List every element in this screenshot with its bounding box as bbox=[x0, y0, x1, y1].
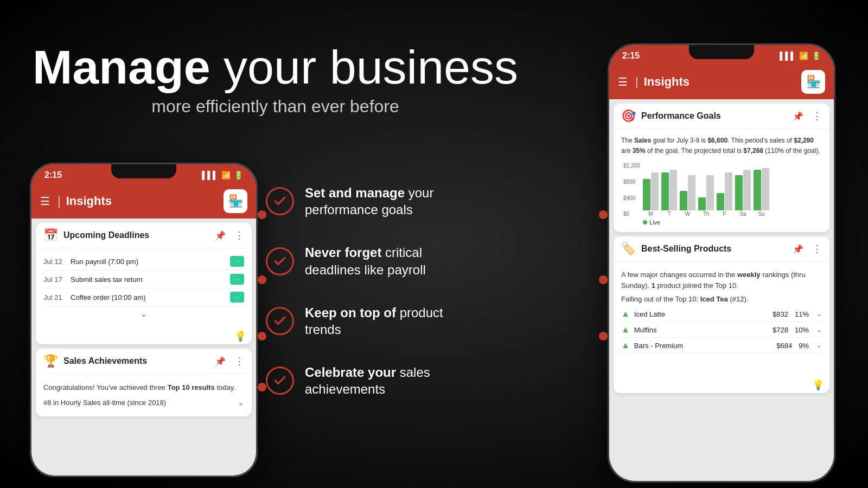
more-icon-goals[interactable]: ⋮ bbox=[812, 110, 822, 122]
app-header-left: ☰ | Insights 🏪 bbox=[31, 184, 256, 219]
calendar-icon: 📅 bbox=[43, 228, 58, 242]
deadline-desc-3: Coffee order (10:00 am) bbox=[71, 293, 226, 301]
chart-y-800: $800 bbox=[623, 179, 641, 185]
performance-text: The Sales goal for July 3-9 is $6,600. T… bbox=[621, 133, 822, 158]
bar-green-F bbox=[717, 193, 724, 210]
hero-subtitle: more efficiently than ever before bbox=[33, 97, 518, 117]
upcoming-deadlines-card: 📅 Upcoming Deadlines 📌 ⋮ Jul 12 Run payr… bbox=[36, 223, 252, 344]
header-title-right: Insights bbox=[644, 75, 796, 89]
deadline-desc-2: Submit sales tax return bbox=[71, 275, 226, 284]
chart-x-T: T bbox=[667, 211, 671, 217]
feature-achievements: Celebrate your sales achievements bbox=[266, 364, 468, 397]
status-icons-left: ▌▌▌ 📶 🔋 bbox=[202, 171, 243, 179]
connector-dot-r2 bbox=[599, 275, 608, 284]
feature-text-trends: Keep on top of product trends bbox=[305, 304, 468, 338]
pin-icon-deadlines[interactable]: 📌 bbox=[215, 230, 226, 241]
deadline-btn-1[interactable]: ··· bbox=[230, 256, 244, 267]
chart-x-F: F bbox=[723, 211, 726, 217]
notch-right bbox=[689, 45, 754, 59]
product-price-1: $832 bbox=[773, 310, 788, 318]
chart-area: $1,200 $800 $400 $0 bbox=[621, 158, 822, 226]
deadline-desc-1: Run payroll (7:00 pm) bbox=[71, 258, 226, 266]
logo-right: 🏪 bbox=[801, 70, 825, 94]
product-pct-1: 11% bbox=[795, 310, 809, 318]
sales-achievements-body: Congratulations! You've achieved three T… bbox=[36, 374, 252, 416]
deadline-btn-3[interactable]: ··· bbox=[230, 292, 244, 303]
product-chevron-1[interactable]: ⌄ bbox=[816, 310, 822, 318]
status-time-left: 2:15 bbox=[44, 170, 62, 180]
product-chevron-2[interactable]: ⌄ bbox=[816, 326, 822, 333]
deadline-date-2: Jul 17 bbox=[43, 275, 66, 284]
feature-text-achievements: Celebrate your sales achievements bbox=[305, 364, 468, 397]
lightbulb-row-products: 💡 bbox=[614, 377, 829, 393]
deadline-btn-2[interactable]: ··· bbox=[230, 274, 244, 285]
chart-x-Sa: Sa bbox=[739, 211, 746, 217]
performance-goals-card: 🎯 Performance Goals 📌 ⋮ The Sales goal f… bbox=[614, 104, 829, 232]
chart-x-Th: Th bbox=[703, 211, 710, 217]
notch-left bbox=[111, 164, 176, 178]
more-icon-products[interactable]: ⋮ bbox=[812, 243, 822, 255]
lightbulb-icon: 💡 bbox=[234, 330, 246, 342]
upcoming-deadlines-header: 📅 Upcoming Deadlines 📌 ⋮ bbox=[36, 223, 252, 248]
wifi-icon: 📶 bbox=[221, 171, 231, 179]
sales-achievements-header: 🏆 Sales Achievements 📌 ⋮ bbox=[36, 349, 252, 374]
sales-achievements-card: 🏆 Sales Achievements 📌 ⋮ Congratulations… bbox=[36, 349, 252, 416]
live-dot bbox=[643, 220, 647, 224]
feature-check-achievements bbox=[266, 367, 294, 395]
achievement-chevron-1[interactable]: ⌄ bbox=[238, 398, 244, 407]
trend-icon-3: ▲ bbox=[621, 341, 630, 350]
bar-gray-Sa bbox=[743, 170, 751, 210]
chart-live: Live bbox=[643, 219, 820, 226]
bar-group-Th: Th bbox=[698, 175, 714, 217]
feature-deadlines: Never forget critical deadlines like pay… bbox=[266, 244, 468, 278]
best-selling-title: Best-Selling Products bbox=[641, 244, 787, 254]
menu-icon-left[interactable]: ☰ bbox=[40, 195, 50, 208]
hero-title-rest: your business bbox=[210, 40, 518, 94]
bar-gray-T bbox=[669, 170, 677, 210]
menu-icon-right[interactable]: ☰ bbox=[618, 75, 628, 88]
pin-icon-goals[interactable]: 📌 bbox=[793, 111, 803, 121]
phone-right: 2:15 ▌▌▌ 📶 🔋 ☰ | Insights 🏪 🎯 Performanc… bbox=[608, 43, 835, 483]
bar-green-Su bbox=[754, 170, 761, 210]
hero-title: Manage your business bbox=[33, 43, 518, 91]
chart-y-1200: $1,200 bbox=[623, 163, 641, 169]
more-icon-achievements[interactable]: ⋮ bbox=[234, 355, 244, 367]
signal-icon-right: ▌▌▌ bbox=[780, 52, 796, 60]
bar-gray-Su bbox=[762, 168, 769, 210]
connector-dot-3 bbox=[258, 332, 266, 341]
falling-out-text: Falling out of the Top 10: Iced Tea (#12… bbox=[621, 295, 822, 303]
app-content-right: 🎯 Performance Goals 📌 ⋮ The Sales goal f… bbox=[609, 99, 834, 481]
feature-goals: Set and manage your performance goals bbox=[266, 184, 468, 218]
product-price-2: $728 bbox=[773, 326, 788, 334]
performance-goals-header: 🎯 Performance Goals 📌 ⋮ bbox=[614, 104, 829, 129]
product-pct-2: 10% bbox=[795, 326, 809, 334]
status-bar-right: 2:15 ▌▌▌ 📶 🔋 bbox=[609, 45, 834, 65]
bar-green-Th bbox=[698, 197, 706, 210]
connector-dot-r3 bbox=[599, 332, 608, 341]
chart-x-M: M bbox=[648, 211, 653, 217]
achievement-label-1: #8 in Hourly Sales all-time (since 2018) bbox=[43, 399, 233, 407]
pin-icon-achievements[interactable]: 📌 bbox=[215, 356, 226, 367]
bar-gray-F bbox=[725, 172, 732, 210]
deadline-row-3: Jul 21 Coffee order (10:00 am) ··· bbox=[43, 288, 244, 306]
feature-trends: Keep on top of product trends bbox=[266, 304, 468, 338]
product-chevron-3[interactable]: ⌄ bbox=[816, 342, 822, 349]
bar-gray-M bbox=[651, 172, 659, 210]
trophy-icon: 🏆 bbox=[43, 354, 58, 368]
products-expand[interactable]: ⌄ bbox=[621, 354, 822, 370]
wifi-icon-right: 📶 bbox=[799, 52, 808, 60]
pin-icon-products[interactable]: 📌 bbox=[793, 244, 803, 254]
deadline-expand[interactable]: ⌄ bbox=[43, 306, 244, 322]
bar-group-F: F bbox=[717, 172, 732, 217]
performance-goals-body: The Sales goal for July 3-9 is $6,600. T… bbox=[614, 129, 829, 232]
more-icon-deadlines[interactable]: ⋮ bbox=[234, 229, 244, 241]
feature-text-deadlines: Never forget critical deadlines like pay… bbox=[305, 244, 468, 278]
connector-dot-2 bbox=[258, 275, 266, 284]
product-desc: A few major changes occurred in the week… bbox=[621, 266, 822, 295]
bar-green-T bbox=[661, 172, 669, 210]
deadline-row-1: Jul 12 Run payroll (7:00 pm) ··· bbox=[43, 253, 244, 271]
best-selling-body: A few major changes occurred in the week… bbox=[614, 262, 829, 377]
status-icons-right: ▌▌▌ 📶 🔋 bbox=[780, 52, 821, 60]
deadline-row-2: Jul 17 Submit sales tax return ··· bbox=[43, 271, 244, 288]
connector-dot-1 bbox=[258, 210, 266, 219]
